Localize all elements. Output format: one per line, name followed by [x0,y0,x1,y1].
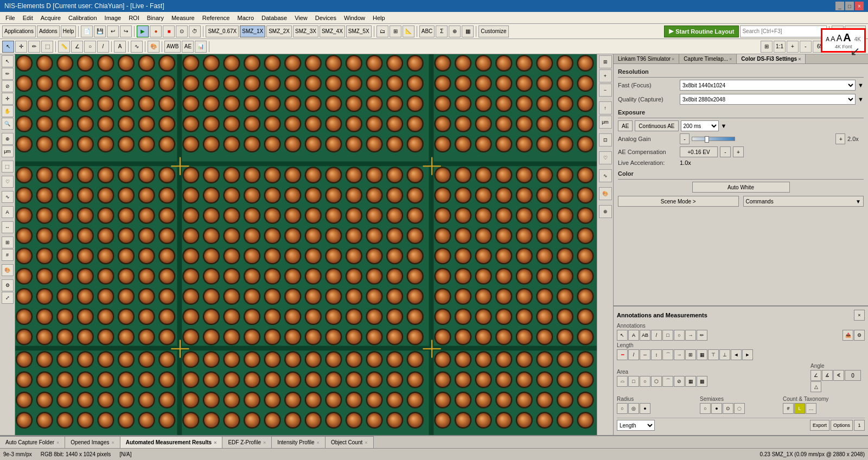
ann-textbox-btn[interactable]: AB [640,330,650,341]
len-line-btn[interactable]: ━ [617,349,628,360]
fit-mid-btn[interactable]: ⊡ [599,133,612,146]
ann-freehand-btn[interactable]: ✏ [697,330,707,341]
stop-btn[interactable]: ■ [163,25,175,37]
crosshair-lt[interactable]: ✛ [2,93,14,105]
menu-window[interactable]: Window [341,14,368,22]
gear-lt[interactable]: ⚙ [2,279,14,291]
annotations-close-btn[interactable]: × [854,310,865,321]
heart-lt[interactable]: ♡ [2,176,14,188]
nav-view-btn[interactable]: ⊞ [599,55,612,68]
close-btn[interactable]: × [855,2,864,10]
tab-colordsfi3-close[interactable]: × [798,56,801,62]
smz-1x-btn[interactable]: SMZ_1X [240,25,265,37]
tab-opened-images[interactable]: Opened Images × [65,436,120,448]
ann-rect-btn[interactable]: □ [662,330,673,341]
menu-database[interactable]: Database [258,14,290,22]
ann-text-btn[interactable]: A [628,330,639,341]
len-vert-btn[interactable]: ↕ [651,349,662,360]
zoom-lt[interactable]: 🔍 [2,118,14,130]
minimize-btn[interactable]: _ [835,2,844,10]
undo-btn[interactable]: ↩ [107,25,119,37]
capture-btn[interactable]: ● [150,25,162,37]
len-seg-btn[interactable]: ⊤ [708,349,719,360]
tab-auto-measure[interactable]: Automated Measurement Results × [120,436,223,448]
menu-acquire[interactable]: Acquire [37,14,64,22]
menu-view[interactable]: View [291,14,311,22]
maximize-btn[interactable]: □ [845,2,854,10]
unit-lt[interactable]: μm [2,145,14,157]
area-complex-btn[interactable]: ⬡ [651,376,662,387]
semi-dot-btn[interactable]: ● [711,403,722,414]
new-btn[interactable]: 📄 [81,25,93,37]
analog-gain-minus-btn[interactable]: - [680,133,690,144]
tab-linkam-close[interactable]: × [672,56,674,62]
fast-focus-select[interactable]: 3x8bit 1440x1024 3x8bit 720x512 [680,80,856,91]
count-lt[interactable]: # [2,249,14,261]
ann-line-btn[interactable]: / [651,330,662,341]
menu-edit[interactable]: Edit [20,14,36,22]
gain-track[interactable] [692,137,735,141]
ann-options-btn[interactable]: Options [831,420,853,431]
area-thatch-btn[interactable]: ▩ [697,376,707,387]
measure-tool[interactable]: 📏 [58,41,70,53]
menu-roi[interactable]: ROI [125,14,143,22]
ae-button[interactable]: AE [618,120,633,131]
line-tool[interactable]: / [97,41,109,53]
text-lt[interactable]: A [2,206,14,218]
applications-tab[interactable]: Applications [2,25,36,37]
pointer-tool[interactable]: ↖ [2,41,14,53]
semi-ellipse-btn[interactable]: ○ [700,403,711,414]
scan-btn[interactable]: ⊞ [390,25,401,37]
addons-tab[interactable]: Addons [37,25,60,37]
angle-tool[interactable]: ∠ [71,41,83,53]
measure-lt[interactable]: ⊞ [2,237,14,248]
save-btn[interactable]: 💾 [94,25,106,37]
image-canvas[interactable]: // Draw simulated microscope image with … [15,54,597,435]
commands-btn[interactable]: Commands ▼ [743,196,864,207]
ann-settings-btn[interactable]: ⚙ [854,330,865,341]
angle-btn2[interactable]: ∡ [822,370,833,381]
pan-lt[interactable]: ✋ [2,105,14,117]
annotation-tool[interactable]: A [114,41,126,53]
tab-intensity-close[interactable]: × [317,440,320,445]
len-angle-btn[interactable]: / [628,349,639,360]
menu-help[interactable]: Help [369,14,388,22]
wave-mid-btn[interactable]: ∿ [599,169,612,182]
help-tab[interactable]: Help [61,25,76,37]
tab-edf-close[interactable]: × [263,440,266,445]
tab-capture[interactable]: Capture Timelap... × [679,54,737,63]
nav-btn[interactable]: 🗂 [376,25,388,37]
ruler-lt[interactable]: ↔ [2,221,14,233]
heart-mid-btn[interactable]: ♡ [599,151,612,164]
count-label-btn[interactable]: L [794,403,805,414]
auto-white-btn[interactable]: Auto White [692,182,790,193]
ann-export-main-btn[interactable]: Export [810,420,829,431]
freehand-lt[interactable]: ✏ [2,68,14,80]
menu-file[interactable]: File [2,14,18,22]
ae-comp-minus-btn[interactable]: - [720,146,731,157]
smz-067x-btn[interactable]: SMZ_0.67X [206,25,239,37]
smz-2x-btn[interactable]: SMZ_2X [266,25,292,37]
tab-auto-capture[interactable]: Auto Capture Folder × [0,436,65,448]
lut-lt[interactable]: 🎨 [2,264,14,276]
angle-btn1[interactable]: ∠ [810,370,821,381]
semi-dashed-btn[interactable]: ⊙ [723,403,733,414]
quality-capture-select[interactable]: 3x8bit 2880x2048 3x8bit 1440x1024 [680,94,856,105]
tab-object-count-close[interactable]: × [365,440,367,445]
area-arc-btn[interactable]: ⌒ [662,376,673,387]
ann-length-select[interactable]: Length [617,420,655,431]
eraser-lt[interactable]: ⊘ [2,80,14,92]
wave-btn[interactable]: ∿ [131,41,143,53]
menu-devices[interactable]: Devices [312,14,340,22]
semi-fill-btn[interactable]: ◌ [734,403,745,414]
fit-11-btn[interactable]: 1:1 [774,41,786,53]
scene-mode-btn[interactable]: Scene Mode > [618,196,739,207]
overlay-btn[interactable]: ⊕ [599,205,612,218]
smz-4x-btn[interactable]: SMZ_4X [320,25,345,37]
tab-opened-images-close[interactable]: × [112,440,114,445]
move-up-btn[interactable]: ↑ [599,101,612,114]
live-btn[interactable]: ▶ [137,25,149,37]
zoom-minus-mid[interactable]: − [599,84,612,97]
connect-lt[interactable]: ⤢ [2,292,14,304]
radius-dot-btn[interactable]: ● [640,403,650,414]
